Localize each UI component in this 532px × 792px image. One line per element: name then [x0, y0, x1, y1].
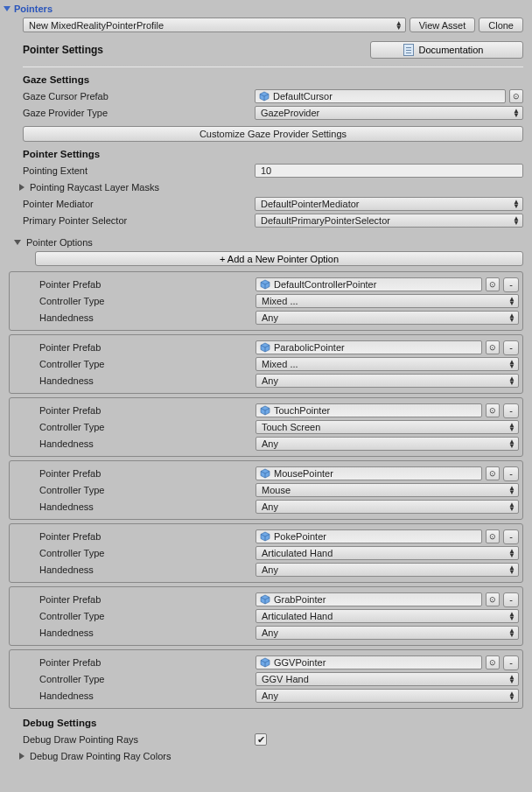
- pointer-prefab-field[interactable]: TouchPointer: [256, 403, 482, 417]
- pointer-option-block: Pointer PrefabParabolicPointer⊙-Controll…: [9, 334, 523, 394]
- pointer-prefab-value: TouchPointer: [274, 405, 330, 416]
- dropdown-arrows-icon: ▲▼: [508, 675, 515, 683]
- pointer-prefab-row: Pointer PrefabGGVPointer⊙-: [39, 655, 519, 670]
- pointer-prefab-value: GrabPointer: [274, 594, 326, 605]
- controller-type-label: Controller Type: [39, 674, 256, 684]
- profile-row: New MixedRealityPointerProfile ▲▼ View A…: [4, 16, 528, 38]
- handedness-dropdown[interactable]: Any▲▼: [256, 500, 519, 514]
- remove-option-button[interactable]: -: [503, 403, 519, 418]
- gaze-cursor-prefab-field[interactable]: DefaultCursor: [255, 89, 506, 103]
- pointer-prefab-field[interactable]: PokePointer: [256, 529, 482, 543]
- controller-type-dropdown[interactable]: Mixed ...▲▼: [256, 294, 519, 308]
- debug-draw-rays-row: Debug Draw Pointing Rays ✔: [23, 732, 523, 747]
- remove-option-button[interactable]: -: [503, 340, 519, 355]
- customize-gaze-row: Customize Gaze Provider Settings: [23, 126, 523, 142]
- remove-option-button[interactable]: -: [503, 592, 519, 607]
- object-picker-button[interactable]: ⊙: [486, 277, 500, 291]
- controller-type-row: Controller TypeMixed ...▲▼: [39, 293, 519, 309]
- dropdown-arrows-icon: ▲▼: [508, 313, 515, 322]
- handedness-dropdown[interactable]: Any▲▼: [256, 689, 519, 703]
- controller-type-row: Controller TypeArticulated Hand▲▼: [39, 608, 519, 624]
- dropdown-arrows-icon: ▲▼: [513, 216, 520, 225]
- dropdown-arrows-icon: ▲▼: [508, 549, 515, 557]
- object-picker-button[interactable]: ⊙: [486, 529, 500, 543]
- documentation-button[interactable]: Documentation: [370, 41, 523, 59]
- handedness-label: Handedness: [39, 438, 256, 449]
- handedness-dropdown[interactable]: Any▲▼: [256, 374, 519, 388]
- remove-option-button[interactable]: -: [503, 529, 519, 544]
- controller-type-label: Controller Type: [39, 359, 256, 369]
- controller-type-dropdown[interactable]: Articulated Hand▲▼: [256, 609, 519, 623]
- pointer-prefab-row: Pointer PrefabGrabPointer⊙-: [39, 592, 519, 607]
- pointer-mediator-label: Pointer Mediator: [23, 199, 255, 209]
- pointing-extent-input[interactable]: 10: [255, 164, 523, 178]
- primary-selector-row: Primary Pointer Selector DefaultPrimaryP…: [23, 213, 523, 228]
- dropdown-arrows-icon: ▲▼: [508, 486, 515, 494]
- handedness-dropdown[interactable]: Any▲▼: [256, 563, 519, 577]
- pointer-prefab-label: Pointer Prefab: [39, 594, 256, 605]
- dropdown-arrows-icon: ▲▼: [396, 21, 402, 30]
- pointer-prefab-value: MousePointer: [274, 468, 333, 479]
- pointers-foldout[interactable]: Pointers: [4, 2, 528, 16]
- controller-type-row: Controller TypeMouse▲▼: [39, 482, 519, 498]
- pointer-mediator-dropdown[interactable]: DefaultPointerMediator ▲▼: [255, 197, 523, 211]
- band-title: Pointer Settings: [23, 44, 103, 56]
- prefab-icon: [260, 342, 270, 353]
- controller-type-dropdown[interactable]: Touch Screen▲▼: [256, 420, 519, 434]
- prefab-icon: [260, 594, 270, 605]
- remove-option-button[interactable]: -: [503, 277, 519, 292]
- pointer-prefab-field[interactable]: GrabPointer: [256, 592, 482, 606]
- view-asset-button[interactable]: View Asset: [410, 18, 476, 32]
- pointer-prefab-field[interactable]: MousePointer: [256, 466, 482, 480]
- pointer-prefab-value: DefaultControllerPointer: [274, 279, 376, 290]
- prefab-icon: [260, 405, 270, 416]
- dropdown-arrows-icon: ▲▼: [508, 502, 515, 511]
- object-picker-button[interactable]: ⊙: [486, 655, 500, 669]
- controller-type-label: Controller Type: [39, 296, 256, 306]
- object-picker-button[interactable]: ⊙: [509, 89, 523, 103]
- clone-button[interactable]: Clone: [479, 18, 523, 32]
- controller-type-label: Controller Type: [39, 611, 256, 621]
- gaze-provider-dropdown[interactable]: GazeProvider ▲▼: [255, 106, 523, 120]
- raycast-masks-foldout[interactable]: Pointing Raycast Layer Masks: [19, 180, 523, 194]
- add-pointer-option-button[interactable]: + Add a New Pointer Option: [35, 251, 523, 266]
- profile-dropdown[interactable]: New MixedRealityPointerProfile ▲▼: [23, 18, 406, 32]
- pointer-prefab-field[interactable]: ParabolicPointer: [256, 340, 482, 354]
- pointers-inspector: Pointers New MixedRealityPointerProfile …: [0, 0, 532, 772]
- pointer-option-block: Pointer PrefabGrabPointer⊙-Controller Ty…: [9, 586, 523, 646]
- object-picker-button[interactable]: ⊙: [486, 466, 500, 480]
- pointer-prefab-value: PokePointer: [274, 531, 326, 542]
- object-picker-button[interactable]: ⊙: [486, 340, 500, 354]
- prefab-icon: [260, 531, 270, 542]
- pointer-prefab-field[interactable]: GGVPointer: [256, 655, 482, 669]
- debug-ray-colors-foldout[interactable]: Debug Draw Pointing Ray Colors: [19, 749, 523, 763]
- pointer-prefab-label: Pointer Prefab: [39, 657, 256, 668]
- object-picker-button[interactable]: ⊙: [486, 592, 500, 606]
- object-picker-button[interactable]: ⊙: [486, 403, 500, 417]
- controller-type-dropdown[interactable]: Mixed ...▲▼: [256, 357, 519, 371]
- remove-option-button[interactable]: -: [503, 655, 519, 670]
- remove-option-button[interactable]: -: [503, 466, 519, 481]
- controller-type-row: Controller TypeTouch Screen▲▼: [39, 419, 519, 435]
- gaze-heading: Gaze Settings: [23, 74, 523, 85]
- controller-type-dropdown[interactable]: GGV Hand▲▼: [256, 672, 519, 686]
- controller-type-dropdown[interactable]: Mouse▲▼: [256, 483, 519, 497]
- debug-draw-rays-checkbox[interactable]: ✔: [255, 733, 267, 746]
- handedness-dropdown[interactable]: Any▲▼: [256, 626, 519, 640]
- primary-selector-dropdown[interactable]: DefaultPrimaryPointerSelector ▲▼: [255, 214, 523, 228]
- dropdown-arrows-icon: ▲▼: [508, 297, 515, 305]
- pointer-prefab-field[interactable]: DefaultControllerPointer: [256, 277, 482, 291]
- controller-type-label: Controller Type: [39, 485, 256, 495]
- handedness-dropdown[interactable]: Any▲▼: [256, 437, 519, 451]
- pointer-prefab-row: Pointer PrefabTouchPointer⊙-: [39, 403, 519, 418]
- customize-gaze-button[interactable]: Customize Gaze Provider Settings: [23, 126, 523, 142]
- pointer-options-foldout[interactable]: Pointer Options: [14, 235, 523, 249]
- dropdown-arrows-icon: ▲▼: [508, 376, 515, 385]
- prefab-icon: [260, 468, 270, 479]
- handedness-dropdown[interactable]: Any▲▼: [256, 311, 519, 325]
- pointer-prefab-label: Pointer Prefab: [39, 279, 256, 290]
- controller-type-dropdown[interactable]: Articulated Hand▲▼: [256, 546, 519, 560]
- check-icon: ✔: [257, 735, 265, 745]
- controller-type-row: Controller TypeGGV Hand▲▼: [39, 671, 519, 687]
- documentation-icon: [403, 44, 414, 56]
